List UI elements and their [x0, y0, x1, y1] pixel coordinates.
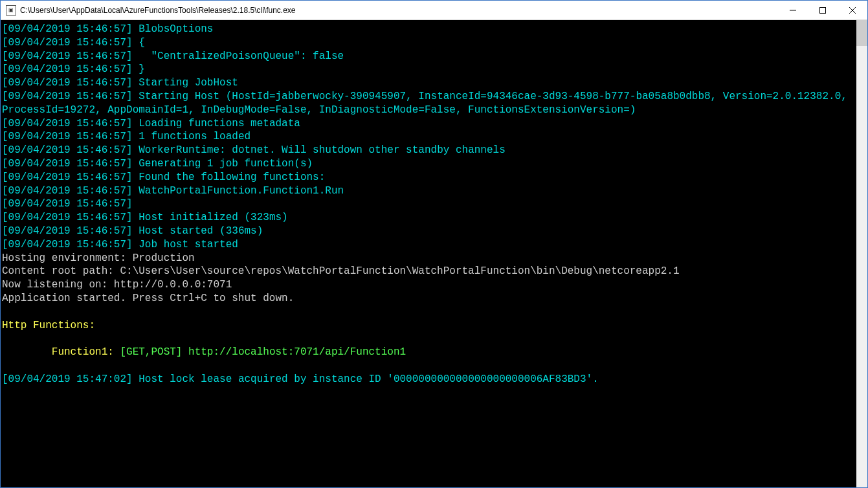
listening-on: Now listening on: http://0.0.0.0:7071	[2, 278, 855, 292]
console-output[interactable]: [09/04/2019 15:46:57] BlobsOptions[09/04…	[1, 20, 856, 487]
log-message: WatchPortalFunction.Function1.Run	[139, 185, 344, 197]
timestamp: [09/04/2019 15:46:57]	[2, 172, 133, 183]
timestamp: [09/04/2019 15:46:57]	[2, 212, 133, 223]
timestamp: [09/04/2019 15:46:57]	[2, 225, 133, 237]
log-message: Starting JobHost	[139, 77, 238, 89]
log-message: {	[139, 37, 145, 49]
log-message: WorkerRuntime: dotnet. Will shutdown oth…	[139, 144, 506, 156]
log-message: Job host started	[139, 239, 238, 250]
hosting-env: Hosting environment: Production	[2, 252, 855, 265]
close-button[interactable]	[838, 1, 867, 19]
content-root: Content root path: C:\Users\User\source\…	[2, 265, 855, 278]
function-name: Function1:	[2, 346, 120, 358]
log-message: Loading functions metadata	[139, 118, 300, 129]
log-message: }	[139, 63, 145, 75]
timestamp: [09/04/2019 15:46:57]	[2, 23, 133, 35]
log-message: Host initialized (323ms)	[139, 212, 287, 223]
log-message: Found the following functions:	[139, 172, 325, 183]
app-started: Application started. Press Ctrl+C to shu…	[2, 292, 855, 305]
svg-rect-1	[820, 7, 826, 13]
titlebar[interactable]: ▣ C:\Users\User\AppData\Local\AzureFunct…	[1, 1, 867, 20]
timestamp: [09/04/2019 15:46:57]	[2, 144, 133, 156]
timestamp: [09/04/2019 15:46:57]	[2, 91, 133, 102]
function-methods: [GET,POST]	[120, 346, 188, 358]
timestamp: [09/04/2019 15:46:57]	[2, 185, 133, 197]
timestamp: [09/04/2019 15:46:57]	[2, 239, 133, 250]
timestamp: [09/04/2019 15:46:57]	[2, 131, 133, 142]
timestamp: [09/04/2019 15:46:57]	[2, 198, 133, 210]
log-message: "CentralizedPoisonQueue": false	[139, 50, 344, 62]
timestamp: [09/04/2019 15:46:57]	[2, 158, 133, 170]
window-controls	[778, 1, 867, 19]
timestamp: [09/04/2019 15:46:57]	[2, 77, 133, 89]
window-title: C:\Users\User\AppData\Local\AzureFunctio…	[20, 6, 778, 15]
log-message: Generating 1 job function(s)	[139, 158, 313, 170]
timestamp: [09/04/2019 15:46:57]	[2, 118, 133, 129]
function-url: http://localhost:7071/api/Function1	[188, 346, 406, 358]
log-message: BlobsOptions	[139, 23, 213, 35]
maximize-button[interactable]	[808, 1, 838, 19]
console-body: [09/04/2019 15:46:57] BlobsOptions[09/04…	[1, 20, 867, 487]
http-functions-header: Http Functions:	[2, 319, 855, 333]
timestamp: [09/04/2019 15:46:57]	[2, 63, 133, 75]
log-message: 1 functions loaded	[139, 131, 250, 142]
vertical-scrollbar[interactable]	[856, 20, 867, 487]
timestamp: [09/04/2019 15:46:57]	[2, 37, 133, 49]
scroll-thumb[interactable]	[856, 20, 867, 46]
timestamp: [09/04/2019 15:47:02]	[2, 373, 133, 385]
log-message: Host started (336ms)	[139, 225, 263, 237]
console-window: ▣ C:\Users\User\AppData\Local\AzureFunct…	[0, 0, 868, 488]
timestamp: [09/04/2019 15:46:57]	[2, 50, 133, 62]
minimize-button[interactable]	[778, 1, 808, 19]
app-icon: ▣	[6, 5, 16, 16]
log-message: Host lock lease acquired by instance ID …	[139, 373, 599, 385]
